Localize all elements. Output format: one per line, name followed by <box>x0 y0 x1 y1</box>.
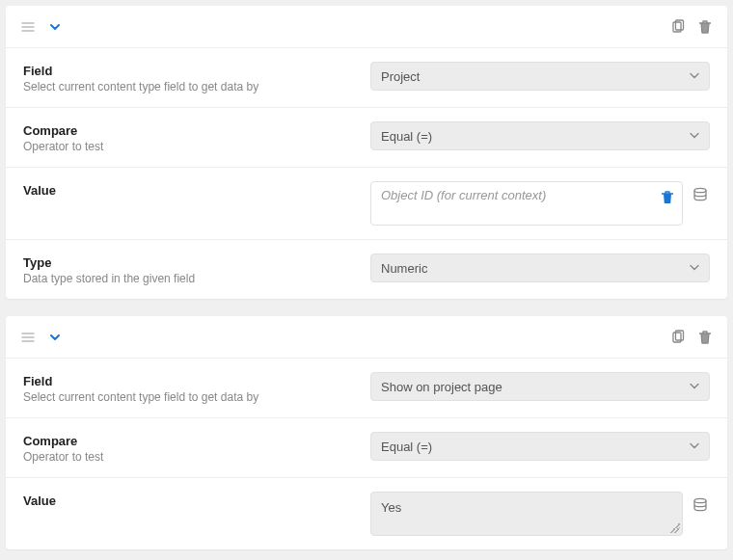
value-label: Value <box>23 493 370 508</box>
value-textarea[interactable]: Yes <box>370 492 683 536</box>
field-select[interactable]: Show on project page <box>370 372 710 401</box>
field-select-value: Project <box>381 69 420 84</box>
compare-subtitle: Operator to test <box>23 140 370 153</box>
chevron-down-icon <box>690 261 699 276</box>
type-select-value: Numeric <box>381 261 427 276</box>
svg-point-5 <box>694 498 706 502</box>
compare-row: Compare Operator to test Equal (=) <box>6 108 727 168</box>
collapse-toggle[interactable] <box>44 16 66 38</box>
svg-point-2 <box>694 188 706 192</box>
field-row: Field Select current content type field … <box>6 48 727 108</box>
duplicate-button[interactable] <box>667 327 689 348</box>
condition-card: Field Select current content type field … <box>6 316 727 549</box>
value-row: Value Object ID (for current context) <box>6 168 727 240</box>
drag-handle-icon[interactable] <box>17 16 39 38</box>
compare-select[interactable]: Equal (=) <box>370 432 710 461</box>
compare-row: Compare Operator to test Equal (=) <box>6 418 727 478</box>
compare-subtitle: Operator to test <box>23 450 370 464</box>
duplicate-button[interactable] <box>667 16 689 38</box>
compare-select-value: Equal (=) <box>381 129 432 144</box>
value-label: Value <box>23 183 370 198</box>
type-select[interactable]: Numeric <box>370 253 710 282</box>
delete-button[interactable] <box>694 16 716 38</box>
type-label: Type <box>23 255 370 270</box>
compare-select-value: Equal (=) <box>381 440 432 454</box>
compare-label: Compare <box>23 123 370 138</box>
field-subtitle: Select current content type field to get… <box>23 80 370 93</box>
value-placeholder: Object ID (for current context) <box>381 188 546 202</box>
database-icon[interactable] <box>691 185 710 204</box>
collapse-toggle[interactable] <box>44 327 66 348</box>
chevron-down-icon <box>690 440 699 454</box>
type-row: Type Data type stored in the given field… <box>6 240 727 299</box>
card-header <box>6 316 727 359</box>
card-header <box>6 6 727 48</box>
type-subtitle: Data type stored in the given field <box>23 272 370 285</box>
compare-select[interactable]: Equal (=) <box>370 121 710 150</box>
value-text: Yes <box>381 500 401 515</box>
field-label: Field <box>23 64 370 78</box>
value-input[interactable]: Object ID (for current context) <box>370 181 683 226</box>
field-label: Field <box>23 374 370 388</box>
field-row: Field Select current content type field … <box>6 359 727 418</box>
compare-label: Compare <box>23 434 370 448</box>
clear-value-button[interactable] <box>661 190 674 208</box>
field-select-value: Show on project page <box>381 380 502 394</box>
database-icon[interactable] <box>691 495 710 515</box>
drag-handle-icon[interactable] <box>17 327 39 348</box>
field-subtitle: Select current content type field to get… <box>23 390 370 404</box>
delete-button[interactable] <box>694 327 716 348</box>
condition-card: Field Select current content type field … <box>6 6 727 299</box>
field-select[interactable]: Project <box>370 62 710 91</box>
chevron-down-icon <box>690 69 699 84</box>
chevron-down-icon <box>690 380 699 394</box>
chevron-down-icon <box>690 129 699 144</box>
value-row: Value Yes <box>6 478 727 549</box>
